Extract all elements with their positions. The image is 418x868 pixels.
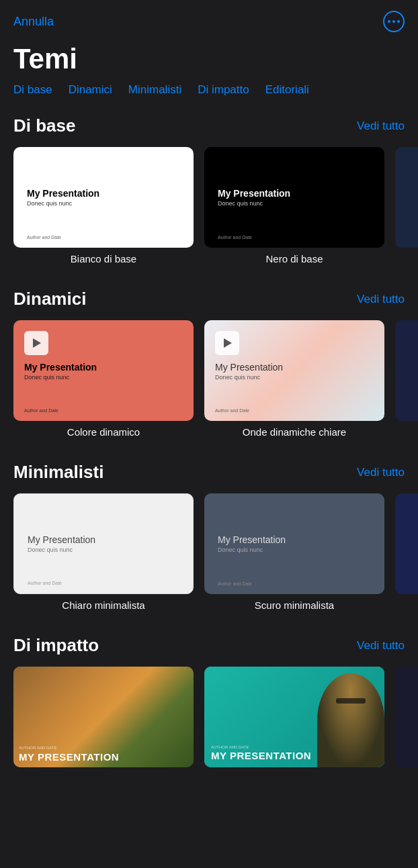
tab-di-base[interactable]: Di base: [13, 83, 52, 97]
thumb-di-base-partial: [395, 147, 418, 248]
template-nero-di-base[interactable]: My Presentation Donec quis nunc Author a…: [204, 147, 384, 264]
vedi-tutto-di-base[interactable]: Vedi tutto: [357, 119, 405, 133]
section-minimalisti-title: Minimalisti: [13, 462, 103, 483]
section-di-impatto: Di impatto Vedi tutto AUTHOR AND DATE MY…: [0, 627, 418, 789]
template-scuro-minimalista[interactable]: My Presentation Donec quis nunc Author a…: [204, 493, 384, 611]
label-onde-dinamiche: Onde dinamiche chiare: [243, 426, 346, 438]
thumb-bianco-title: My Presentation: [27, 188, 180, 199]
thumb-bianco-subtitle: Donec quis nunc: [27, 200, 180, 207]
more-options-button[interactable]: [383, 11, 405, 32]
thumb-chiaro-min-subtitle: Donec quis nunc: [28, 546, 179, 553]
section-di-base-title: Di base: [13, 115, 76, 136]
thumb-impatto-2: AUTHOR AND DATE MY PRESENTATION: [204, 667, 384, 767]
page-title: Temi: [0, 38, 418, 83]
template-impatto-1[interactable]: AUTHOR AND DATE MY PRESENTATION: [13, 667, 194, 773]
section-dinamici-title: Dinamici: [13, 289, 86, 309]
template-bianco-di-base[interactable]: My Presentation Donec quis nunc Author a…: [13, 147, 194, 264]
template-onde-dinamiche[interactable]: My Presentation Donec quis nunc Author a…: [204, 320, 384, 438]
tab-minimalisti[interactable]: Minimalisti: [128, 83, 181, 97]
play-triangle-wave: [224, 338, 232, 348]
template-impatto-2[interactable]: AUTHOR AND DATE MY PRESENTATION: [204, 667, 384, 773]
vedi-tutto-di-impatto[interactable]: Vedi tutto: [357, 639, 405, 653]
section-di-impatto-title: Di impatto: [13, 635, 99, 656]
templates-row-di-impatto: AUTHOR AND DATE MY PRESENTATION AUTHOR A…: [13, 667, 405, 773]
section-dinamici: Dinamici Vedi tutto My Presentation Done…: [0, 281, 418, 454]
impatto-1-text: AUTHOR AND DATE MY PRESENTATION: [19, 746, 119, 763]
section-di-base: Di base Vedi tutto My Presentation Donec…: [0, 107, 418, 281]
impatto-2-text: AUTHOR AND DATE MY PRESENTATION: [211, 745, 311, 761]
tab-dinamici[interactable]: Dinamici: [69, 83, 112, 97]
templates-row-dinamici: My Presentation Donec quis nunc Author a…: [13, 320, 405, 438]
thumb-impatto-1: AUTHOR AND DATE MY PRESENTATION: [13, 667, 194, 767]
templates-row-di-base: My Presentation Donec quis nunc Author a…: [13, 147, 405, 264]
more-dots-icon: [388, 20, 400, 23]
thumb-coral-subtitle: Donec quis nunc: [24, 374, 183, 381]
thumb-scuro-min-title: My Presentation: [218, 534, 371, 545]
label-bianco-di-base: Bianco di base: [71, 253, 136, 264]
label-nero-di-base: Nero di base: [265, 253, 323, 264]
label-chiaro-minimalista: Chiaro minimalista: [62, 599, 144, 611]
play-icon-coral: [24, 331, 48, 355]
thumb-nero-title: My Presentation: [218, 188, 371, 199]
play-icon-wave: [215, 331, 239, 355]
thumb-wave-subtitle: Donec quis nunc: [215, 374, 374, 381]
annulla-button[interactable]: Annulla: [13, 15, 54, 29]
template-colore-dinamico[interactable]: My Presentation Donec quis nunc Author a…: [13, 320, 194, 438]
thumb-bianco-author: Author and Date: [27, 235, 61, 240]
thumb-colore-dinamico: My Presentation Donec quis nunc Author a…: [13, 320, 194, 421]
thumb-coral-title: My Presentation: [24, 362, 183, 373]
thumb-wave-title: My Presentation: [215, 362, 374, 373]
tab-editoriali[interactable]: Editoriali: [265, 83, 309, 97]
thumb-scuro-min: My Presentation Donec quis nunc Author a…: [204, 493, 384, 594]
thumb-scuro-min-author: Author and Date: [218, 581, 252, 586]
thumb-impatto-partial: [395, 667, 418, 767]
label-colore-dinamico: Colore dinamico: [67, 426, 140, 438]
header: Annulla: [0, 0, 418, 38]
impatto-2-author: AUTHOR AND DATE: [211, 745, 311, 749]
thumb-nero-di-base: My Presentation Donec quis nunc Author a…: [204, 147, 384, 248]
thumb-minimalisti-partial: [395, 493, 418, 594]
section-dinamici-header: Dinamici Vedi tutto: [13, 289, 405, 309]
filter-tabs: Di base Dinamici Minimalisti Di impatto …: [0, 83, 418, 107]
section-minimalisti: Minimalisti Vedi tutto My Presentation D…: [0, 454, 418, 627]
templates-row-minimalisti: My Presentation Donec quis nunc Author a…: [13, 493, 405, 611]
section-di-base-header: Di base Vedi tutto: [13, 115, 405, 136]
thumb-nero-subtitle: Donec quis nunc: [218, 200, 371, 207]
label-scuro-minimalista: Scuro minimalista: [255, 599, 334, 611]
vedi-tutto-minimalisti[interactable]: Vedi tutto: [357, 466, 405, 479]
thumb-onde-dinamiche: My Presentation Donec quis nunc Author a…: [204, 320, 384, 421]
vedi-tutto-dinamici[interactable]: Vedi tutto: [357, 293, 405, 306]
thumb-bianco-di-base: My Presentation Donec quis nunc Author a…: [13, 147, 194, 248]
thumb-scuro-min-subtitle: Donec quis nunc: [218, 546, 371, 553]
template-chiaro-minimalista[interactable]: My Presentation Donec quis nunc Author a…: [13, 493, 194, 611]
impatto-1-title: MY PRESENTATION: [19, 751, 119, 763]
thumb-chiaro-min: My Presentation Donec quis nunc Author a…: [13, 493, 194, 594]
thumb-nero-author: Author and Date: [218, 235, 252, 240]
play-triangle-coral: [33, 338, 41, 348]
thumb-chiaro-min-author: Author and Date: [28, 581, 62, 585]
thumb-dinamici-partial: [395, 320, 418, 421]
tab-di-impatto[interactable]: Di impatto: [198, 83, 249, 97]
impatto-1-author: AUTHOR AND DATE: [19, 746, 119, 750]
impatto-2-title: MY PRESENTATION: [211, 750, 311, 761]
thumb-coral-author: Author and Date: [24, 408, 58, 413]
thumb-wave-author: Author and Date: [215, 408, 249, 413]
section-di-impatto-header: Di impatto Vedi tutto: [13, 635, 405, 656]
section-minimalisti-header: Minimalisti Vedi tutto: [13, 462, 405, 483]
thumb-chiaro-min-title: My Presentation: [28, 534, 179, 545]
